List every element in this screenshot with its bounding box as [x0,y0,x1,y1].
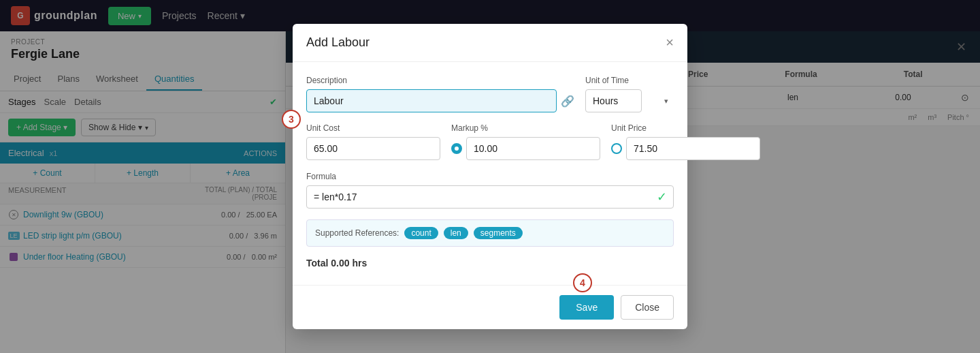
total-row: Total 0.00 hrs [306,258,674,268]
ref-badge-len[interactable]: len [444,227,468,239]
markup-radio[interactable] [451,143,462,154]
formula-input[interactable] [306,185,674,209]
close-button[interactable]: Close [621,295,674,320]
description-group: Description 🔗 [306,76,574,112]
markup-group: Markup % [451,123,600,160]
unit-cost-input[interactable] [306,137,440,160]
add-labour-modal: 3 Add Labour × Description 🔗 Unit of Tim… [293,24,687,329]
unit-of-time-label: Unit of Time [585,76,674,85]
modal-close-button[interactable]: × [666,35,674,50]
formula-check-icon: ✓ [657,189,667,204]
ref-badge-segments[interactable]: segments [474,227,523,239]
formula-input-wrap: ✓ [306,185,674,209]
modal-body: Description 🔗 Unit of Time Hours Days We… [293,62,687,285]
modal-footer: 4 Save Close [293,285,687,329]
unit-of-time-group: Unit of Time Hours Days Weeks [585,76,674,112]
description-label: Description [306,76,574,85]
modal-header: Add Labour × [293,24,687,62]
modal-overlay: 3 Add Labour × Description 🔗 Unit of Tim… [0,0,980,353]
save-button[interactable]: Save [559,295,614,320]
total-label: Total [306,258,328,268]
description-input-row: 🔗 [306,89,574,112]
formula-group: Formula ✓ [306,171,674,209]
unit-of-time-select[interactable]: Hours Days Weeks [585,89,642,112]
total-value: 0.00 hrs [331,258,367,268]
unit-of-time-select-wrapper: Hours Days Weeks [585,89,674,112]
step-3-badge: 3 [282,110,301,129]
refs-label: Supported References: [315,228,399,238]
ref-badge-count[interactable]: count [404,227,438,239]
link-icon[interactable]: 🔗 [561,95,574,108]
markup-radio-group [451,137,600,160]
unit-price-radio-group [611,137,760,160]
unit-price-input[interactable] [626,137,760,160]
unit-price-radio[interactable] [611,143,622,154]
markup-input[interactable] [466,137,600,160]
description-input[interactable] [306,89,557,112]
refs-row: Supported References: count len segments [306,219,674,247]
form-row-2: Unit Cost Markup % Unit Price [306,123,674,160]
step-4-badge: 4 [573,273,592,292]
formula-label: Formula [306,172,336,181]
unit-cost-label: Unit Cost [306,123,440,133]
form-row-1: Description 🔗 Unit of Time Hours Days We… [306,76,674,112]
markup-label: Markup % [451,123,600,133]
unit-price-group: Unit Price [611,123,760,160]
modal-title: Add Labour [306,35,370,50]
unit-price-label: Unit Price [611,123,760,133]
unit-cost-group: Unit Cost [306,123,440,160]
